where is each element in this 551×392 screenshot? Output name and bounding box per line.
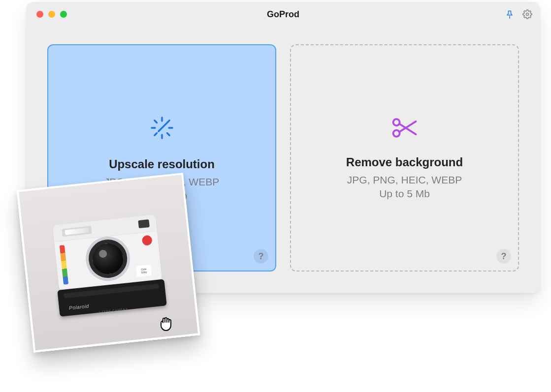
svg-line-7 xyxy=(167,133,169,136)
pin-icon[interactable] xyxy=(504,9,515,20)
photo-brand-label: Polaroid xyxy=(69,303,90,311)
svg-point-0 xyxy=(526,13,529,16)
minimize-window-button[interactable] xyxy=(48,11,55,18)
svg-point-11 xyxy=(393,130,399,137)
scissors-icon xyxy=(390,116,420,142)
removebg-limit: Up to 5 Mb xyxy=(379,188,430,200)
svg-line-6 xyxy=(154,121,157,123)
svg-point-10 xyxy=(393,119,399,125)
svg-line-12 xyxy=(399,124,416,135)
upscale-help-button[interactable]: ? xyxy=(254,249,268,264)
magic-wand-sparkle-icon xyxy=(148,114,176,144)
removebg-formats: JPG, PNG, HEIC, WEBP xyxy=(347,174,462,186)
dragged-image-thumbnail[interactable]: OneStep Polaroid I-TYPE CAMERA xyxy=(17,173,200,353)
svg-line-13 xyxy=(399,121,416,132)
svg-line-8 xyxy=(154,133,157,136)
titlebar: GoProd xyxy=(27,2,540,27)
svg-line-1 xyxy=(159,123,166,131)
upscale-title: Upscale resolution xyxy=(109,157,215,171)
close-window-button[interactable] xyxy=(36,11,43,18)
svg-line-9 xyxy=(167,121,169,123)
gear-icon[interactable] xyxy=(522,9,533,20)
camera-illustration: OneStep Polaroid I-TYPE CAMERA xyxy=(52,214,165,323)
titlebar-actions xyxy=(504,9,533,20)
removebg-drop-zone[interactable]: Remove background JPG, PNG, HEIC, WEBP U… xyxy=(290,44,519,271)
removebg-help-button[interactable]: ? xyxy=(496,249,511,264)
removebg-title: Remove background xyxy=(346,155,463,169)
maximize-window-button[interactable] xyxy=(60,11,67,18)
window-title: GoProd xyxy=(27,9,540,20)
traffic-lights xyxy=(36,11,67,18)
